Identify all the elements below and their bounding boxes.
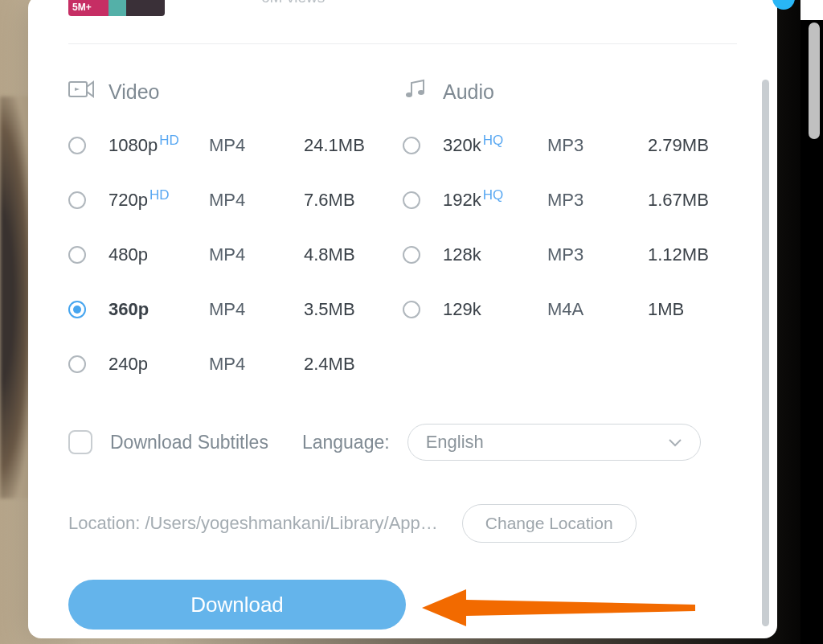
change-location-button[interactable]: Change Location xyxy=(462,504,637,543)
audio-section-label: Audio xyxy=(443,80,494,104)
divider xyxy=(68,43,737,44)
location-path: Location: /Users/yogeshmankani/Library/A… xyxy=(68,513,438,534)
video-section-header: Video xyxy=(68,78,403,105)
svg-marker-3 xyxy=(422,589,695,626)
page-scrollbar[interactable] xyxy=(809,23,820,139)
radio-icon xyxy=(68,355,86,373)
svg-point-2 xyxy=(418,90,424,95)
video-section-label: Video xyxy=(109,80,160,104)
audio-column: Audio 320kHQ MP3 2.79MB 192kHQ MP3 1.67M… xyxy=(403,78,737,400)
subtitles-label: Download Subtitles xyxy=(110,432,268,453)
radio-icon xyxy=(403,246,420,264)
view-count: 6M views xyxy=(261,0,325,6)
radio-icon xyxy=(68,246,86,264)
video-option-240p[interactable]: 240p MP4 2.4MB xyxy=(68,345,403,384)
video-option-720p[interactable]: 720pHD MP4 7.6MB xyxy=(68,181,403,219)
music-icon xyxy=(403,78,428,105)
video-option-480p[interactable]: 480p MP4 4.8MB xyxy=(68,236,403,274)
radio-icon xyxy=(68,191,86,209)
language-label: Language: xyxy=(302,432,390,453)
download-row: Download xyxy=(68,580,737,630)
header-row: 5M+ 01:09 6M views xyxy=(68,0,737,19)
video-icon xyxy=(68,78,94,105)
location-row: Location: /Users/yogeshmankani/Library/A… xyxy=(68,504,737,543)
thumb-duration: 01:09 xyxy=(129,0,160,2)
thumb-overlay: 5M+ xyxy=(72,2,92,13)
language-value: English xyxy=(426,432,484,453)
video-option-1080p[interactable]: 1080pHD MP4 24.1MB xyxy=(68,126,403,165)
modal-scrollbar[interactable] xyxy=(762,80,769,626)
radio-icon xyxy=(68,137,86,154)
download-modal: 5M+ 01:09 6M views Video 1080pHD xyxy=(28,0,777,638)
download-button[interactable]: Download xyxy=(68,580,406,630)
subtitles-row: Download Subtitles Language: English xyxy=(68,424,737,461)
audio-option-320k[interactable]: 320kHQ MP3 2.79MB xyxy=(403,126,737,165)
radio-icon xyxy=(68,301,86,318)
video-thumbnail[interactable]: 5M+ 01:09 xyxy=(68,0,165,16)
chevron-down-icon xyxy=(668,432,682,453)
audio-section-header: Audio xyxy=(403,78,737,105)
language-dropdown[interactable]: English xyxy=(407,424,701,461)
audio-option-128k[interactable]: 128k MP3 1.12MB xyxy=(403,236,737,274)
video-column: Video 1080pHD MP4 24.1MB 720pHD MP4 7.6M… xyxy=(68,78,403,400)
radio-icon xyxy=(403,137,420,154)
audio-option-192k[interactable]: 192kHQ MP3 1.67MB xyxy=(403,181,737,219)
svg-point-1 xyxy=(406,92,412,97)
subtitles-checkbox[interactable] xyxy=(68,430,92,454)
video-option-360p[interactable]: 360p MP4 3.5MB xyxy=(68,290,403,329)
arrow-annotation xyxy=(422,588,695,628)
radio-icon xyxy=(403,191,420,209)
audio-option-129k[interactable]: 129k M4A 1MB xyxy=(403,290,737,329)
radio-icon xyxy=(403,301,420,318)
